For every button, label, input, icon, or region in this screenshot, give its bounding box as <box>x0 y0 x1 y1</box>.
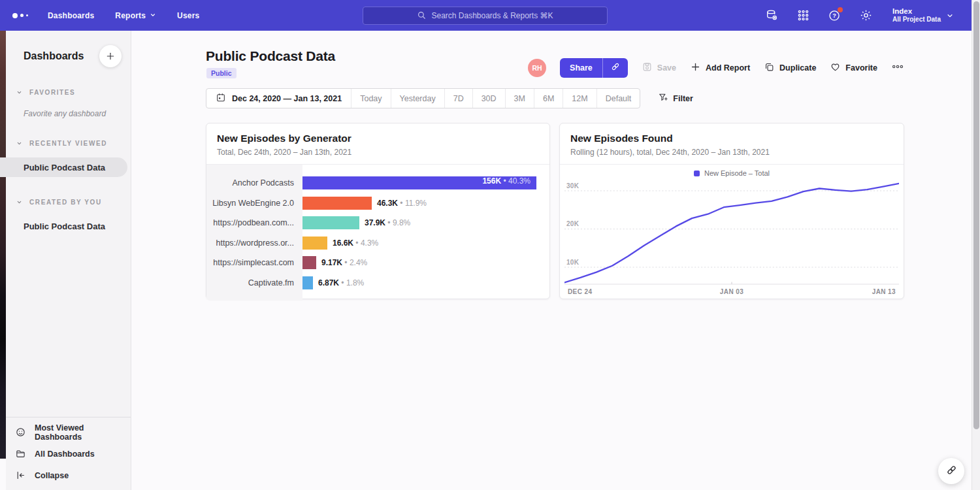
bar-row: Libsyn WebEngine 2.046.3K • 11.9% <box>206 193 549 214</box>
x-tick-jan13: JAN 13 <box>872 288 896 295</box>
top-navbar: DashboardsReportsUsers Search Dashboards… <box>0 0 972 31</box>
filter-icon <box>658 92 668 105</box>
chart-legend: New Episode – Total <box>560 165 904 182</box>
sidebar-section-label: CREATED BY YOU <box>29 199 102 206</box>
preset-yesterday[interactable]: Yesterday <box>391 89 444 108</box>
x-tick-dec24: DEC 24 <box>568 288 592 295</box>
save-icon <box>642 61 653 74</box>
sidebar-item-public-podcast-data[interactable]: Public Podcast Data <box>0 216 127 236</box>
share-link-button[interactable] <box>602 58 628 78</box>
bar-segment[interactable]: 156K • 40.3% <box>302 176 536 189</box>
bar-segment[interactable] <box>302 256 316 269</box>
sidebar-section-header[interactable]: RECENTLY VIEWED <box>6 137 131 149</box>
bar-segment[interactable] <box>302 237 327 250</box>
data-manager-icon[interactable] <box>765 8 779 22</box>
share-button[interactable]: Share <box>560 58 602 78</box>
bar-category-label: https://simplecast.com <box>206 258 302 267</box>
bar-chart: Anchor Podcasts156K • 40.3%Libsyn WebEng… <box>206 165 549 301</box>
link-icon <box>610 61 621 74</box>
bar-segment[interactable] <box>302 276 313 289</box>
card-header: New Episodes by Generator Total, Dec 24t… <box>206 123 549 165</box>
copy-icon <box>764 61 775 74</box>
favorite-button[interactable]: Favorite <box>830 61 877 74</box>
avatar[interactable]: RH <box>528 59 546 77</box>
sidebar-footer-collapse[interactable]: Collapse <box>6 465 131 486</box>
add-dashboard-button[interactable] <box>99 45 122 67</box>
bar-track: 6.87K • 1.8% <box>302 276 549 289</box>
more-options-button[interactable] <box>891 60 904 76</box>
sidebar-section-header[interactable]: CREATED BY YOU <box>6 196 131 208</box>
sidebar-footer-most-viewed-dashboards[interactable]: Most Viewed Dashboards <box>6 421 131 443</box>
card-header: New Episodes Found Rolling (12 hours), t… <box>560 123 904 165</box>
preset-7d[interactable]: 7D <box>444 89 472 108</box>
chevron-down-icon <box>947 10 953 22</box>
preset-3m[interactable]: 3M <box>505 89 534 108</box>
chevron-down-icon <box>16 86 22 98</box>
y-tick-10k: 10K <box>566 259 579 266</box>
bar-value-label: 37.9K • 9.8% <box>365 218 410 227</box>
help-icon[interactable]: ? <box>828 8 841 22</box>
sidebar-footer: Most Viewed DashboardsAll DashboardsColl… <box>6 421 131 486</box>
card-title: New Episodes by Generator <box>217 133 539 144</box>
sidebar-section-header[interactable]: FAVORITES <box>6 86 131 98</box>
bar-row: Captivate.fm6.87K • 1.8% <box>206 273 549 293</box>
preset-today[interactable]: Today <box>351 89 390 108</box>
preset-6m[interactable]: 6M <box>534 89 563 108</box>
scrollbar-thumb[interactable] <box>973 1 979 429</box>
settings-icon[interactable] <box>859 8 873 22</box>
bar-category-label: Captivate.fm <box>206 278 302 287</box>
bar-segment[interactable] <box>302 216 359 229</box>
project-switcher[interactable]: Index All Project Data <box>892 7 953 24</box>
bar-value-label: 9.17K • 2.4% <box>321 258 367 267</box>
preset-default[interactable]: Default <box>596 89 640 108</box>
bar-value-label: 156K • 40.3% <box>482 176 531 186</box>
calendar-icon <box>216 92 226 105</box>
background-edge-strip <box>0 31 6 459</box>
preset-12m[interactable]: 12M <box>563 89 596 108</box>
save-button[interactable]: Save <box>642 61 676 74</box>
sidebar-item-public-podcast-data[interactable]: Public Podcast Data <box>0 157 127 177</box>
share-split-button: Share <box>560 58 628 78</box>
nav-item-label: Users <box>177 11 199 20</box>
legend-label: New Episode – Total <box>704 169 770 177</box>
apps-grid-icon[interactable] <box>796 8 810 22</box>
bar-category-label: Anchor Podcasts <box>206 178 302 188</box>
sidebar-empty-text: Favorite any dashboard <box>24 109 131 118</box>
card-title: New Episodes Found <box>570 133 893 144</box>
report-card-new-episodes-found[interactable]: New Episodes Found Rolling (12 hours), t… <box>559 123 904 299</box>
copy-link-fab[interactable] <box>938 458 964 484</box>
bar-category-label: Libsyn WebEngine 2.0 <box>206 199 302 208</box>
x-axis-labels: DEC 24 JAN 03 JAN 13 <box>564 285 899 299</box>
nav-item-users[interactable]: Users <box>177 11 199 20</box>
bar-track: 9.17K • 2.4% <box>302 256 549 269</box>
app-logo-icon[interactable] <box>12 13 28 18</box>
folder-icon <box>15 448 26 459</box>
bar-row: https://simplecast.com9.17K • 2.4% <box>206 253 549 273</box>
nav-item-reports[interactable]: Reports <box>115 11 156 20</box>
bar-row: Anchor Podcasts156K • 40.3% <box>206 173 549 193</box>
bar-category-label: https://podbean.com... <box>206 218 302 227</box>
notification-badge <box>838 7 843 12</box>
nav-item-label: Reports <box>115 11 146 20</box>
sidebar-sections: FAVORITESFavorite any dashboardRECENTLY … <box>6 86 131 236</box>
sidebar-footer-all-dashboards[interactable]: All Dashboards <box>6 443 131 465</box>
add-report-button[interactable]: Add Report <box>690 61 750 74</box>
app-window: DashboardsReportsUsers Search Dashboards… <box>0 0 980 490</box>
date-range-picker[interactable]: Dec 24, 2020 — Jan 13, 2021 <box>206 89 351 108</box>
filter-button[interactable]: Filter <box>658 92 693 105</box>
global-search-input[interactable]: Search Dashboards & Reports ⌘K <box>363 7 608 25</box>
navbar-right-cluster: ? Index All Project Data <box>765 0 953 31</box>
chevron-down-icon <box>150 11 156 20</box>
bar-value-label: 6.87K • 1.8% <box>318 278 364 287</box>
report-card-new-episodes-by-generator[interactable]: New Episodes by Generator Total, Dec 24t… <box>206 123 550 299</box>
page-scrollbar[interactable] <box>972 0 980 490</box>
duplicate-button[interactable]: Duplicate <box>764 61 816 74</box>
link-icon <box>945 464 958 479</box>
search-placeholder: Search Dashboards & Reports ⌘K <box>431 11 553 20</box>
bar-category-label: https://wordpress.or... <box>206 238 302 248</box>
collapse-icon <box>15 470 26 481</box>
bar-segment[interactable] <box>302 197 372 210</box>
nav-item-dashboards[interactable]: Dashboards <box>48 11 94 20</box>
smiley-icon <box>15 427 26 438</box>
preset-30d[interactable]: 30D <box>472 89 505 108</box>
